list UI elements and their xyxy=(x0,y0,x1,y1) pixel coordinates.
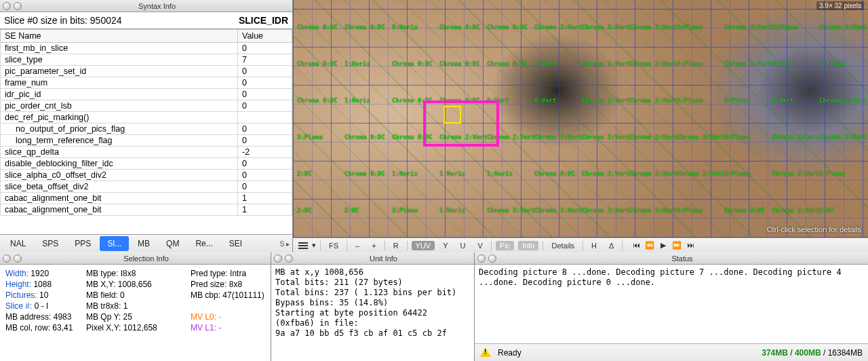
fullscreen-button[interactable]: FS xyxy=(325,241,342,250)
menu-icon[interactable] xyxy=(298,242,308,249)
macroblock-visualizer[interactable]: Chroma 0:DCChroma 0:DC0:HorizChroma 0:DC… xyxy=(293,0,868,238)
table-row[interactable]: slice_type7 xyxy=(1,54,292,66)
prediction-mode-label: Chroma 2:Vert xyxy=(534,208,582,214)
pic-button[interactable]: Pic xyxy=(496,241,514,250)
syntax-element-table[interactable]: SE Name Value first_mb_in_slice0slice_ty… xyxy=(0,29,292,235)
unit-info-text[interactable]: MB at x,y 1008,656 Total bits: 211 (27 b… xyxy=(271,265,474,361)
prediction-mode-label: Chroma 2:Vert xyxy=(582,171,629,177)
close-icon[interactable] xyxy=(3,254,11,263)
details-button[interactable]: Details xyxy=(547,241,578,250)
se-name: long_term_reference_flag xyxy=(1,135,238,147)
table-row[interactable]: cabac_alignment_one_bit1 xyxy=(1,204,292,216)
tab-re[interactable]: Re... xyxy=(188,236,220,251)
se-value: 1 xyxy=(238,204,292,216)
play-icon[interactable]: ▶ xyxy=(656,241,670,250)
width-label: Width: xyxy=(5,269,28,278)
prediction-mode-label: Chroma 2:Vert xyxy=(677,134,724,140)
v-button[interactable]: V xyxy=(474,241,487,250)
table-row[interactable]: dec_ref_pic_marking() xyxy=(1,112,292,124)
mbcbp-label: MB cbp: xyxy=(191,290,220,300)
zoom-in-button[interactable]: + xyxy=(368,241,380,250)
h-button[interactable]: H xyxy=(587,241,601,250)
prediction-mode-label: Chroma 2:Vert xyxy=(582,98,629,104)
pop-out-icon[interactable] xyxy=(14,254,22,263)
u-button[interactable]: U xyxy=(456,241,470,250)
rewind-icon[interactable]: ⏪ xyxy=(643,241,656,250)
close-icon[interactable] xyxy=(477,254,486,263)
mem-used: 374MB xyxy=(762,348,788,358)
close-icon[interactable] xyxy=(3,2,11,10)
tab-qm[interactable]: QM xyxy=(159,236,186,251)
tab-sl[interactable]: Sl... xyxy=(100,236,129,251)
se-value: 0 xyxy=(238,170,292,181)
prediction-mode-label: Chroma 0:DC xyxy=(392,61,433,67)
mvl0-value: - xyxy=(218,312,221,322)
se-value: -2 xyxy=(238,147,292,158)
slice-value: 0 - I xyxy=(35,301,49,311)
table-row[interactable]: slice_beta_offset_div20 xyxy=(1,181,292,193)
status-bar: Ready 374MB / 400MB / 16384MB xyxy=(475,343,868,361)
tab-pps[interactable]: PPS xyxy=(67,236,98,251)
prediction-mode-label: 1:Horiz xyxy=(344,61,370,67)
prediction-mode-label: 0:Vert xyxy=(534,98,557,104)
table-row[interactable]: no_output_of_prior_pics_flag0 xyxy=(1,124,292,135)
table-row[interactable]: frame_num0 xyxy=(1,77,292,89)
prediction-mode-label: Chroma 0:DC xyxy=(534,171,575,177)
tab-nal[interactable]: NAL xyxy=(3,236,33,251)
table-row[interactable]: pic_order_cnt_lsb0 xyxy=(1,100,292,112)
prediction-mode-label: Chroma 2:Vert xyxy=(582,24,629,31)
info-button[interactable]: Info xyxy=(518,241,538,250)
status-log[interactable]: Decoding picture 8 ...done. Decoding pic… xyxy=(475,265,868,343)
delta-button[interactable]: Δ xyxy=(605,241,618,250)
prediction-mode-label: Chroma 2:Vert xyxy=(819,24,867,31)
tab-overflow-search-icon[interactable]: S ▸ xyxy=(280,240,290,248)
table-row[interactable]: slice_qp_delta-2 xyxy=(1,147,292,158)
table-row[interactable]: pic_parameter_set_id0 xyxy=(1,66,292,77)
table-row[interactable]: long_term_reference_flag0 xyxy=(1,135,292,147)
prediction-mode-label: Chroma 2:Vert xyxy=(629,24,677,31)
prediction-mode-label: 3:Plane xyxy=(677,208,703,214)
forward-icon[interactable]: ⏩ xyxy=(670,241,684,250)
bottom-row: Selection Info Width: 1920 MB type: I8x8… xyxy=(0,252,868,361)
macroblock-selection[interactable] xyxy=(423,100,499,147)
pop-out-icon[interactable] xyxy=(285,254,293,263)
se-name: disable_deblocking_filter_idc xyxy=(1,158,238,170)
prediction-mode-label: Chroma 2:Vert xyxy=(629,98,677,104)
col-value[interactable]: Value xyxy=(238,30,292,43)
reset-button[interactable]: R xyxy=(389,241,403,250)
table-row[interactable]: cabac_alignment_one_bit1 xyxy=(1,193,292,204)
se-value: 0 xyxy=(238,158,292,170)
subblock-selection[interactable] xyxy=(443,106,461,124)
col-name[interactable]: SE Name xyxy=(1,30,238,43)
mbaddr-value: 4983 xyxy=(54,312,72,322)
slice-header: Slice #0 size in bits: 950024 SLICE_IDR xyxy=(0,12,292,29)
se-name: slice_qp_delta xyxy=(1,147,238,158)
mbqp-label: MB Qp Y: xyxy=(86,312,121,322)
prediction-mode-label: 2:DC xyxy=(344,208,359,214)
yuv-button[interactable]: YUV xyxy=(412,241,435,250)
table-row[interactable]: disable_deblocking_filter_idc0 xyxy=(1,158,292,170)
y-button[interactable]: Y xyxy=(439,241,452,250)
prediction-mode-label: Chroma 0:DC xyxy=(297,61,338,67)
close-icon[interactable] xyxy=(274,254,282,263)
predtype-value: Intra xyxy=(230,269,246,278)
mbxy-value: 1008,656 xyxy=(118,280,152,289)
se-name: first_mb_in_slice xyxy=(1,43,238,54)
pop-out-icon[interactable] xyxy=(14,2,22,10)
tab-sps[interactable]: SPS xyxy=(35,236,66,251)
table-row[interactable]: idr_pic_id0 xyxy=(1,89,292,100)
last-frame-icon[interactable]: ⏭ xyxy=(684,241,697,250)
pop-out-icon[interactable] xyxy=(488,254,496,263)
panel-title: Status xyxy=(499,254,865,263)
prediction-mode-label: Chroma 0:DC xyxy=(344,171,385,177)
tab-mb[interactable]: MB xyxy=(130,236,157,251)
panel-title: Unit Info xyxy=(296,254,471,263)
first-frame-icon[interactable]: ⏮ xyxy=(629,241,643,250)
prediction-mode-label: Chroma 0:DC xyxy=(344,134,385,140)
syntax-info-panel: Syntax Info Slice #0 size in bits: 95002… xyxy=(0,0,293,252)
table-row[interactable]: slice_alpha_c0_offset_div20 xyxy=(1,170,292,181)
se-name: slice_type xyxy=(1,54,238,66)
table-row[interactable]: first_mb_in_slice0 xyxy=(1,43,292,54)
tab-sei[interactable]: SEI xyxy=(222,236,250,251)
zoom-out-button[interactable]: – xyxy=(351,241,363,250)
